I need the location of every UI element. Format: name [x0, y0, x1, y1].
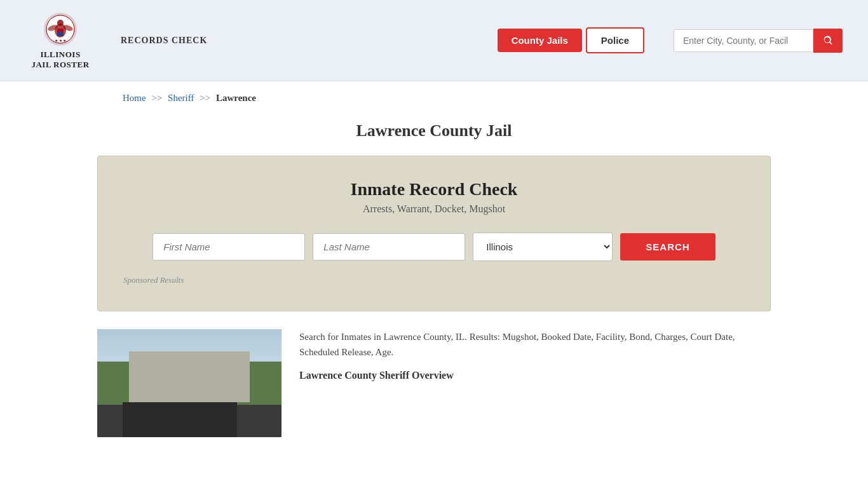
facility-description-text: Search for Inmates in Lawrence County, I…: [299, 329, 771, 360]
breadcrumb: Home >> Sheriff >> Lawrence: [97, 81, 771, 110]
svg-text:★ ★ ★: ★ ★ ★: [55, 39, 66, 43]
facility-description: Search for Inmates in Lawrence County, I…: [299, 329, 771, 391]
inmate-search-box: Inmate Record Check Arrests, Warrant, Do…: [97, 156, 771, 311]
county-jails-button[interactable]: County Jails: [498, 29, 582, 52]
sponsored-results: Sponsored Results: [123, 275, 745, 285]
facility-image: [97, 329, 281, 437]
police-button[interactable]: Police: [586, 27, 644, 53]
breadcrumb-current: Lawrence: [216, 93, 256, 103]
main-content: Home >> Sheriff >> Lawrence Lawrence Cou…: [72, 81, 796, 437]
svg-point-3: [57, 20, 64, 26]
state-select[interactable]: AlabamaAlaskaArizonaArkansasCaliforniaCo…: [473, 233, 613, 261]
svg-rect-7: [57, 29, 64, 32]
records-check-link[interactable]: RECORDS CHECK: [121, 36, 207, 46]
header-search-input[interactable]: [674, 29, 813, 52]
logo-text: ILLINOIS JAIL ROSTER: [31, 50, 89, 69]
search-button[interactable]: SEARCH: [620, 233, 715, 261]
illinois-seal-icon: ★ ★ ★: [43, 11, 78, 47]
last-name-input[interactable]: [313, 233, 465, 261]
facility-image-inner: [97, 329, 281, 437]
inmate-search-heading: Inmate Record Check: [123, 179, 745, 200]
header-search-bar: [674, 29, 843, 53]
breadcrumb-sheriff[interactable]: Sheriff: [168, 93, 194, 103]
search-fields: AlabamaAlaskaArizonaArkansasCaliforniaCo…: [123, 233, 745, 261]
breadcrumb-home[interactable]: Home: [123, 93, 146, 103]
inmate-search-subtitle: Arrests, Warrant, Docket, Mugshot: [123, 203, 745, 215]
bottom-section: Search for Inmates in Lawrence County, I…: [97, 329, 771, 437]
facility-section-heading: Lawrence County Sheriff Overview: [299, 367, 771, 384]
breadcrumb-sep-1: >>: [151, 93, 162, 103]
header-search-button[interactable]: [813, 29, 843, 53]
first-name-input[interactable]: [153, 233, 305, 261]
page-title: Lawrence County Jail: [97, 121, 771, 140]
search-icon: [822, 35, 834, 46]
nav-buttons: County Jails Police: [498, 27, 644, 53]
breadcrumb-sep-2: >>: [200, 93, 210, 103]
site-header: ★ ★ ★ ILLINOIS JAIL ROSTER RECORDS CHECK…: [0, 0, 868, 81]
logo-area: ★ ★ ★ ILLINOIS JAIL ROSTER: [25, 11, 95, 69]
